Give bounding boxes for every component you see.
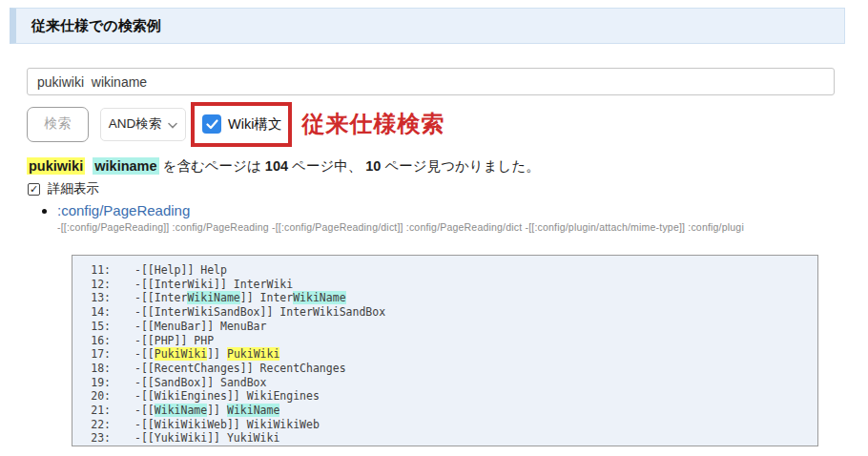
result-snippet: -[[:config/PageReading]] :config/PageRea… — [57, 221, 851, 233]
code-line: 12:-[[InterWiki]] InterWiki — [72, 278, 817, 292]
text-segment: -[[RecentChanges]] RecentChanges — [134, 362, 346, 375]
code-line: 11:-[[Help]] Help — [72, 263, 817, 278]
line-content: -[[Help]] Help — [134, 263, 227, 278]
annotation-red-box: Wiki構文 — [191, 102, 292, 147]
code-line: 23:-[[YukiWiki]] YukiWiki — [72, 431, 817, 446]
wiki-syntax-checkbox[interactable] — [202, 114, 221, 134]
line-number: 23: — [72, 431, 111, 446]
highlighted-text: WikiName — [155, 404, 207, 417]
line-number: 12: — [72, 278, 111, 292]
code-line: 22:-[[WikiWikiWeb]] WikiWikiWeb — [72, 418, 817, 432]
text-segment: -[[ — [134, 347, 155, 361]
text-segment: ページ中、 — [288, 158, 365, 174]
line-number: 18: — [72, 362, 111, 376]
code-line: 18:-[[RecentChanges]] RecentChanges — [72, 362, 817, 376]
text-segment: ページ見つかりました。 — [381, 158, 539, 174]
line-content: -[[InterWiki]] InterWiki — [134, 278, 293, 292]
section-header: 従来仕様での検索例 — [10, 8, 845, 44]
text-segment: -[[MenuBar]] MenuBar — [134, 320, 266, 333]
code-line: 15:-[[MenuBar]] MenuBar — [72, 320, 817, 334]
code-block: 11:-[[Help]] Help12:-[[InterWiki]] Inter… — [72, 255, 818, 446]
pukiwiki-search-page: 従来仕様での検索例 検索 AND検索 Wiki構文 従来仕様検索 pukiwik… — [0, 0, 868, 456]
line-content: -[[YukiWiki]] YukiWiki — [134, 431, 279, 446]
line-number: 17: — [72, 347, 111, 362]
search-input[interactable] — [27, 68, 835, 95]
highlighted-text: WikiName — [187, 291, 239, 304]
text-segment: 10 — [365, 158, 381, 174]
annotation-text: 従来仕様検索 — [301, 109, 444, 139]
search-controls: 検索 AND検索 Wiki構文 従来仕様検索 — [27, 100, 444, 148]
text-segment: 104 — [265, 158, 288, 174]
text-segment: -[[Help]] Help — [134, 263, 227, 277]
result-list-item: :config/PageReading -[[:config/PageReadi… — [57, 202, 868, 233]
search-button[interactable]: 検索 — [27, 107, 89, 142]
line-content: -[[MenuBar]] MenuBar — [134, 320, 266, 334]
detail-display-label: 詳細表示 — [48, 180, 99, 197]
text-segment: -[[YukiWiki]] YukiWiki — [134, 431, 279, 445]
result-list: :config/PageReading -[[:config/PageReadi… — [42, 202, 868, 233]
text-segment: ]] — [207, 404, 227, 417]
line-number: 20: — [72, 389, 111, 404]
line-content: -[[WikiEngines]] WikiEngines — [134, 389, 320, 404]
code-line: 14:-[[InterWikiSandBox]] InterWikiSandBo… — [72, 305, 817, 320]
page-title: 従来仕様での検索例 — [31, 17, 161, 35]
code-line: 19:-[[SandBox]] SandBox — [72, 376, 817, 390]
line-number: 13: — [72, 291, 111, 305]
highlighted-text: WikiName — [293, 291, 345, 304]
line-number: 21: — [72, 404, 111, 418]
text-segment: -[[PHP]] PHP — [134, 334, 214, 347]
line-number: 11: — [72, 263, 111, 278]
checkmark-icon — [206, 119, 218, 130]
detail-display-checkbox[interactable]: ✓ — [28, 183, 40, 196]
line-content: -[[WikiName]] WikiName — [134, 404, 279, 418]
line-content: -[[WikiWikiWeb]] WikiWikiWeb — [134, 418, 320, 432]
code-line: 13:-[[InterWikiName]] InterWikiName — [72, 291, 817, 305]
search-summary: pukiwiki wikiname を含むページは 104 ページ中、 10 ペ… — [27, 157, 540, 176]
code-line: 20:-[[WikiEngines]] WikiEngines — [72, 389, 817, 404]
code-line: 17:-[[PukiWiki]] PukiWiki — [72, 347, 817, 362]
search-mode-value: AND検索 — [109, 115, 162, 133]
highlighted-text: WikiName — [227, 404, 279, 417]
line-content: -[[RecentChanges]] RecentChanges — [134, 362, 346, 376]
code-line: 16:-[[PHP]] PHP — [72, 334, 817, 348]
wiki-syntax-label: Wiki構文 — [228, 115, 281, 134]
text-segment: -[[InterWiki]] InterWiki — [134, 278, 293, 291]
result-page-link[interactable]: :config/PageReading — [57, 202, 190, 218]
search-mode-select[interactable]: AND検索 — [100, 108, 186, 141]
highlighted-text: PukiWiki — [155, 347, 207, 361]
line-number: 19: — [72, 376, 111, 390]
text-segment: -[[WikiEngines]] WikiEngines — [134, 389, 320, 403]
text-segment: ]] — [207, 347, 227, 361]
line-number: 22: — [72, 418, 111, 432]
line-content: -[[SandBox]] SandBox — [134, 376, 266, 390]
line-number: 14: — [72, 305, 111, 320]
text-segment: -[[ — [134, 404, 155, 417]
line-number: 15: — [72, 320, 111, 334]
text-segment: ]] Inter — [240, 291, 293, 304]
text-segment: -[[InterWikiSandBox]] InterWikiSandBox — [134, 305, 385, 319]
line-content: -[[PHP]] PHP — [134, 334, 214, 348]
line-content: -[[InterWikiName]] InterWikiName — [134, 291, 346, 305]
text-segment: -[[WikiWikiWeb]] WikiWikiWeb — [134, 418, 320, 431]
highlighted-text: wikiname — [93, 157, 158, 175]
detail-display-row: ✓ 詳細表示 — [28, 180, 99, 197]
line-number: 16: — [72, 334, 111, 348]
highlighted-text: PukiWiki — [227, 347, 279, 361]
code-line: 21:-[[WikiName]] WikiName — [72, 404, 817, 418]
highlighted-text: pukiwiki — [27, 157, 85, 175]
line-content: -[[PukiWiki]] PukiWiki — [134, 347, 279, 362]
text-segment: -[[Inter — [134, 291, 187, 304]
text-segment: を含むページは — [159, 158, 265, 174]
text-segment: -[[SandBox]] SandBox — [134, 376, 266, 389]
chevron-down-icon — [168, 122, 177, 129]
line-content: -[[InterWikiSandBox]] InterWikiSandBox — [134, 305, 385, 320]
